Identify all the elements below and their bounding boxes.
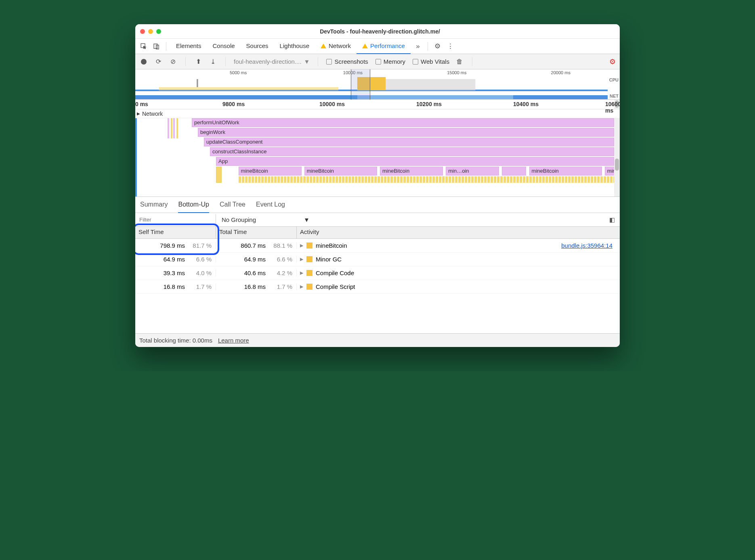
- activity-name: mineBitcoin: [316, 242, 347, 249]
- minimize-dot[interactable]: [148, 29, 153, 34]
- timeline-overview[interactable]: 5000 ms 10000 ms 15000 ms 20000 ms CPU N…: [135, 69, 620, 100]
- flame-frame[interactable]: beginWork: [198, 128, 614, 137]
- devtools-window: DevTools - foul-heavenly-direction.glitc…: [135, 24, 620, 347]
- flame-frame-mine[interactable]: mineBitcoin: [239, 167, 302, 176]
- checkbox-web-vitals[interactable]: Web Vitals: [413, 58, 449, 65]
- profile-dropdown-label: foul-heavenly-direction....: [234, 58, 302, 65]
- overview-net: [135, 95, 608, 99]
- flame-frame-mine[interactable]: mineBitcoin: [529, 167, 602, 176]
- tab-network[interactable]: Network: [315, 39, 357, 54]
- ruler-tick: 10200 ms: [416, 101, 442, 107]
- detail-subtabs: SummaryBottom-UpCall TreeEvent Log: [135, 197, 620, 213]
- expand-triangle-icon: ▶: [137, 111, 140, 116]
- source-link[interactable]: bundle.js:35964:14: [561, 242, 612, 249]
- profile-dropdown[interactable]: foul-heavenly-direction.... ▼: [234, 58, 310, 65]
- cpu-label: CPU: [609, 77, 619, 82]
- flame-frame[interactable]: constructClassInstance: [210, 147, 614, 156]
- panel-tabs: ElementsConsoleSourcesLighthouseNetworkP…: [135, 39, 620, 54]
- tab-performance[interactable]: Performance: [357, 39, 411, 54]
- table-row[interactable]: 64.9 ms6.6 %64.9 ms6.6 %▶Minor GC: [135, 253, 620, 266]
- ruler-tick: 0 ms: [135, 101, 148, 107]
- net-label: NET: [610, 94, 619, 98]
- tab-sources[interactable]: Sources: [241, 39, 274, 54]
- ruler-tick: 10600 ms: [605, 101, 620, 114]
- table-row[interactable]: 798.9 ms81.7 %860.7 ms88.1 %▶mineBitcoin…: [135, 239, 620, 253]
- more-tabs-icon[interactable]: »: [412, 41, 424, 52]
- activity-name: Compile Script: [316, 283, 355, 290]
- separator: [428, 42, 428, 51]
- learn-more-link[interactable]: Learn more: [218, 337, 249, 344]
- checkbox-icon: [375, 59, 381, 65]
- capture-settings-icon[interactable]: ⚙: [609, 57, 616, 66]
- svg-rect-1: [154, 44, 157, 48]
- table-row[interactable]: 16.8 ms1.7 %16.8 ms1.7 %▶Compile Script: [135, 280, 620, 294]
- subtab-summary[interactable]: Summary: [140, 197, 168, 213]
- flame-frame[interactable]: performUnitOfWork: [192, 118, 614, 127]
- warning-icon: [362, 44, 368, 48]
- subtab-bottom-up[interactable]: Bottom-Up: [178, 197, 209, 213]
- overview-cpu: [135, 75, 608, 91]
- inspect-icon[interactable]: [138, 41, 149, 52]
- settings-gear-icon[interactable]: ⚙: [432, 41, 443, 52]
- table-row[interactable]: 39.3 ms4.0 %40.6 ms4.2 %▶Compile Code: [135, 266, 620, 280]
- detail-ruler[interactable]: 0 ms9800 ms10000 ms10200 ms10400 ms10600…: [135, 100, 620, 109]
- checkbox-icon: [413, 59, 418, 65]
- category-swatch: [306, 242, 312, 249]
- overview-selection[interactable]: [351, 69, 370, 100]
- tab-console[interactable]: Console: [207, 39, 241, 54]
- window-title: DevTools - foul-heavenly-direction.glitc…: [161, 28, 615, 35]
- flame-scrollbar[interactable]: [614, 118, 620, 196]
- category-swatch: [306, 284, 312, 290]
- expand-icon: ▶: [300, 243, 303, 248]
- flame-frame-mine[interactable]: mineBitcoin: [380, 167, 443, 176]
- category-swatch: [306, 270, 312, 276]
- save-profile-icon[interactable]: ⤓: [208, 57, 217, 66]
- flame-frame-mine[interactable]: min…oin: [446, 167, 499, 176]
- flame-frame[interactable]: updateClassComponent: [204, 138, 614, 146]
- ruler-tick: 9800 ms: [222, 101, 245, 107]
- tab-elements[interactable]: Elements: [170, 39, 207, 54]
- table-body: 798.9 ms81.7 %860.7 ms88.1 %▶mineBitcoin…: [135, 239, 620, 294]
- tab-lighthouse[interactable]: Lighthouse: [274, 39, 315, 54]
- network-track-label: Network: [142, 111, 163, 117]
- warning-icon: [321, 44, 326, 48]
- ruler-tick: 10400 ms: [513, 101, 539, 107]
- traffic-lights: [140, 29, 161, 34]
- reload-record-button[interactable]: ⟳: [154, 57, 163, 66]
- svg-rect-5: [197, 79, 198, 87]
- titlebar: DevTools - foul-heavenly-direction.glitc…: [135, 24, 620, 39]
- close-dot[interactable]: [140, 29, 145, 34]
- subtab-event-log[interactable]: Event Log: [256, 197, 285, 213]
- flame-frame-mine[interactable]: mineBitcoin: [304, 167, 377, 176]
- load-profile-icon[interactable]: ⬆: [194, 57, 203, 66]
- expand-icon: ▶: [300, 257, 303, 262]
- flame-frame[interactable]: App: [216, 157, 614, 166]
- flame-frame-mine[interactable]: [502, 167, 526, 176]
- clear-button[interactable]: ⊘: [168, 57, 177, 66]
- col-total-time[interactable]: Total Time: [216, 227, 297, 238]
- col-activity[interactable]: Activity: [297, 227, 620, 238]
- col-self-time[interactable]: Self Time: [135, 227, 216, 238]
- flame-ticks: [239, 176, 614, 183]
- trash-icon[interactable]: 🗑: [455, 57, 464, 66]
- checkbox-screenshots[interactable]: Screenshots: [326, 58, 368, 65]
- checkbox-icon: [326, 59, 332, 65]
- flame-chart[interactable]: performUnitOfWorkbeginWorkupdateClassCom…: [135, 118, 620, 197]
- grouping-dropdown[interactable]: No Grouping▼: [216, 216, 315, 223]
- filter-row: No Grouping▼ ◧: [135, 213, 620, 227]
- ruler-tick: 10000 ms: [319, 101, 345, 107]
- activity-name: Minor GC: [316, 256, 342, 263]
- perf-toolbar: ⟳ ⊘ ⬆ ⤓ foul-heavenly-direction.... ▼ Sc…: [135, 54, 620, 69]
- checkbox-memory[interactable]: Memory: [375, 58, 405, 65]
- subtab-call-tree[interactable]: Call Tree: [220, 197, 245, 213]
- filter-input[interactable]: [135, 214, 216, 225]
- flame-frame[interactable]: [216, 167, 222, 183]
- kebab-menu-icon[interactable]: ⋮: [445, 41, 456, 52]
- network-track-header[interactable]: ▶ Network: [135, 109, 620, 118]
- device-toggle-icon[interactable]: [151, 41, 162, 52]
- expand-icon: ▶: [300, 270, 303, 276]
- record-button[interactable]: [139, 57, 148, 66]
- activity-name: Compile Code: [316, 270, 354, 276]
- toggle-sidebar-icon[interactable]: ◧: [604, 216, 620, 224]
- maximize-dot[interactable]: [156, 29, 161, 34]
